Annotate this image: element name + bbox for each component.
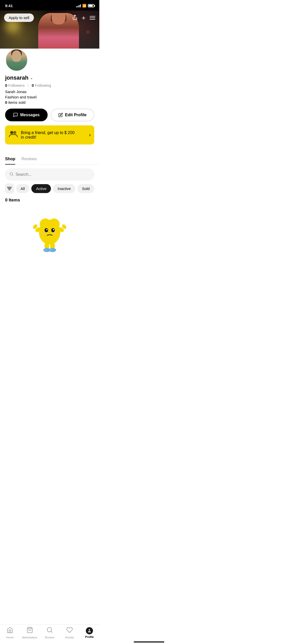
- messages-label: Messages: [20, 113, 40, 117]
- referral-chevron-icon: ›: [89, 132, 91, 138]
- time-display: 9:41: [5, 4, 13, 8]
- hero-top-bar: Apply to sell +: [0, 10, 99, 25]
- mascot-icon: [31, 212, 69, 253]
- svg-point-17: [46, 229, 48, 230]
- profile-section: jonsarah ⌄ 0 Followers | 0 Following Sar…: [0, 49, 99, 154]
- hero-actions: +: [72, 14, 95, 21]
- edit-profile-button[interactable]: Edit Profile: [51, 109, 94, 121]
- followers-stat[interactable]: 0 Followers: [5, 83, 25, 87]
- followers-divider: |: [28, 83, 29, 87]
- tabs-row: Shop Reviews: [0, 154, 99, 165]
- battery-icon: [88, 4, 94, 7]
- search-wrapper: [5, 169, 94, 180]
- svg-point-16: [51, 228, 55, 232]
- svg-rect-1: [90, 16, 95, 17]
- svg-point-15: [45, 228, 48, 232]
- edit-profile-label: Edit Profile: [65, 113, 86, 117]
- filter-inactive[interactable]: Inactive: [53, 184, 75, 193]
- referral-icon: [9, 129, 18, 140]
- svg-rect-3: [90, 19, 95, 20]
- svg-point-31: [50, 249, 52, 250]
- svg-point-20: [43, 232, 46, 235]
- filter-all[interactable]: All: [16, 184, 30, 193]
- svg-point-30: [44, 249, 47, 250]
- svg-point-19: [49, 232, 51, 233]
- filter-row: All Active Inactive Sold: [0, 183, 99, 198]
- apply-to-sell-button[interactable]: Apply to sell: [4, 13, 34, 22]
- referral-line2: in credit!: [21, 135, 75, 140]
- svg-point-18: [53, 229, 54, 230]
- filter-sold[interactable]: Sold: [77, 184, 94, 193]
- svg-point-21: [53, 232, 57, 235]
- followers-row: 0 Followers | 0 Following: [5, 83, 94, 87]
- svg-line-7: [12, 175, 13, 175]
- avatar: [5, 49, 28, 71]
- referral-content: Bring a friend, get up to $ 200 in credi…: [9, 129, 75, 140]
- items-count: 0 Items: [0, 198, 99, 207]
- avatar-container: [5, 49, 28, 71]
- svg-point-14: [40, 220, 59, 242]
- referral-line1: Bring a friend, get up to $ 200: [21, 130, 75, 135]
- referral-banner[interactable]: Bring a friend, get up to $ 200 in credi…: [5, 125, 94, 144]
- svg-point-4: [10, 131, 13, 134]
- status-bar: 9:41 📶: [0, 0, 99, 10]
- username: jonsarah: [5, 75, 29, 81]
- profile-buttons: Messages Edit Profile: [5, 109, 94, 121]
- svg-point-29: [49, 248, 56, 252]
- messages-button[interactable]: Messages: [5, 109, 48, 121]
- status-icons: 📶: [76, 4, 94, 8]
- chevron-down-icon[interactable]: ⌄: [30, 76, 33, 80]
- tab-shop[interactable]: Shop: [5, 154, 15, 164]
- following-stat[interactable]: 0 Following: [32, 83, 51, 87]
- svg-rect-2: [90, 18, 95, 18]
- filter-active[interactable]: Active: [31, 184, 51, 193]
- svg-point-5: [13, 131, 16, 134]
- share-button[interactable]: [72, 14, 78, 21]
- search-input[interactable]: [16, 172, 90, 177]
- display-name: Sarah Jonas: [5, 90, 94, 94]
- items-sold: 0 items sold: [5, 100, 94, 105]
- add-button[interactable]: +: [82, 14, 86, 21]
- username-row: jonsarah ⌄: [5, 75, 94, 81]
- filter-options-button[interactable]: [5, 183, 14, 194]
- bio: Fashion and travel: [5, 95, 94, 99]
- signal-icon: [76, 4, 81, 7]
- search-icon: [9, 172, 13, 177]
- bokeh-light-4: [87, 31, 89, 33]
- empty-state: [0, 207, 99, 263]
- wifi-icon: 📶: [82, 4, 86, 8]
- tab-reviews[interactable]: Reviews: [21, 154, 37, 164]
- menu-button[interactable]: [90, 15, 95, 21]
- referral-text: Bring a friend, get up to $ 200 in credi…: [21, 130, 75, 140]
- search-container: [0, 165, 99, 183]
